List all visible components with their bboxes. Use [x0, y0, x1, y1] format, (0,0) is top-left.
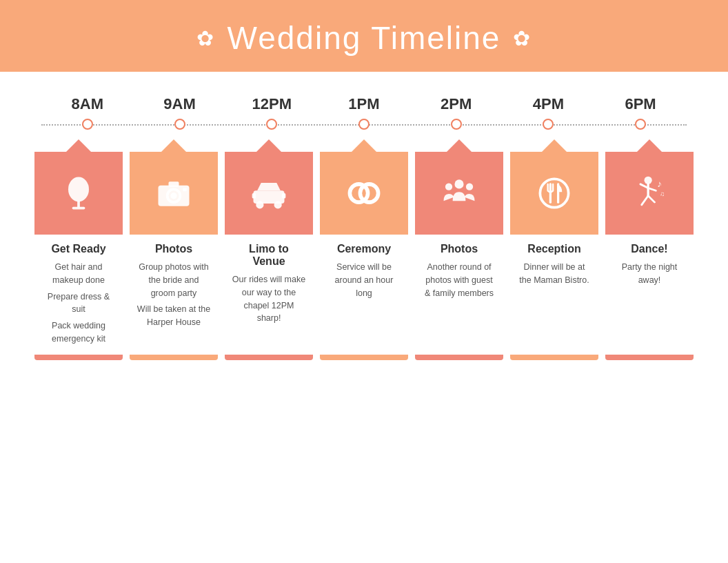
time-2pm: 2PM: [412, 95, 501, 113]
mirror-icon: [58, 172, 99, 214]
card-tab-limo: [256, 139, 281, 152]
card-dance: ♪ ♫ Dance! Party the night away!: [605, 139, 694, 360]
card-icon-area-limo: [225, 152, 313, 235]
card-body-dance: Dance! Party the night away!: [605, 235, 694, 355]
card-footer-limo: [225, 355, 313, 360]
svg-rect-12: [282, 193, 286, 199]
dance-icon: ♪ ♫: [629, 172, 670, 214]
svg-point-16: [445, 183, 452, 190]
svg-point-15: [454, 179, 463, 188]
card-body-limo: Limo to Venue Our rides will make our wa…: [225, 235, 313, 355]
card-body-ceremony: Ceremony Service will be around an hour …: [320, 235, 408, 355]
card-text-get-ready: Get hair and makeup done Prepare dress &…: [41, 261, 116, 346]
card-text-photos-1: Group photos with the bride and groom pa…: [136, 261, 211, 329]
card-footer-get-ready: [34, 355, 123, 360]
time-6pm: 6PM: [596, 95, 685, 113]
time-9am: 9AM: [135, 95, 225, 113]
card-title-ceremony: Ceremony: [327, 243, 401, 255]
dot-1pm: [358, 119, 370, 130]
dot-4pm: [543, 119, 554, 130]
svg-rect-7: [183, 188, 187, 192]
svg-rect-11: [252, 193, 256, 199]
timeline-dots: [41, 117, 687, 130]
card-icon-area-photos-2: [415, 152, 503, 235]
card-tab-photos-1: [161, 139, 186, 152]
card-body-get-ready: Get Ready Get hair and makeup done Prepa…: [34, 235, 123, 355]
time-4pm: 4PM: [503, 95, 593, 113]
svg-line-27: [642, 196, 648, 205]
car-icon: [248, 172, 290, 214]
card-footer-dance: [605, 355, 694, 360]
card-reception: Reception Dinner will be at the Maman Bi…: [510, 139, 598, 360]
card-limo: Limo to Venue Our rides will make our wa…: [225, 139, 313, 360]
header: ✿ Wedding Timeline ✿: [0, 0, 728, 72]
card-tab-dance: [637, 139, 662, 152]
card-title-get-ready: Get Ready: [41, 243, 116, 255]
card-icon-area-get-ready: [34, 152, 123, 235]
card-body-photos-1: Photos Group photos with the bride and g…: [130, 235, 218, 355]
svg-line-28: [648, 196, 654, 202]
card-tab-photos-2: [447, 139, 472, 152]
group-icon: [438, 172, 480, 214]
card-icon-area-photos-1: [130, 152, 218, 235]
card-icon-area-ceremony: [320, 152, 408, 235]
card-text-dance: Party the night away!: [612, 261, 687, 287]
card-title-photos-1: Photos: [136, 243, 211, 255]
svg-line-26: [648, 188, 656, 191]
time-12pm: 12PM: [227, 95, 316, 113]
card-footer-ceremony: [320, 355, 408, 360]
card-title-dance: Dance!: [612, 243, 687, 255]
card-icon-area-reception: [510, 152, 598, 235]
timeline-line: [41, 117, 687, 132]
card-text-ceremony: Service will be around an hour long: [327, 261, 401, 299]
card-icon-area-dance: ♪ ♫: [605, 152, 694, 235]
time-1pm: 1PM: [319, 95, 409, 113]
svg-rect-1: [77, 201, 80, 207]
time-8am: 8AM: [43, 95, 132, 113]
card-footer-photos-1: [130, 355, 218, 360]
card-title-reception: Reception: [517, 243, 592, 255]
svg-point-18: [540, 179, 568, 207]
flower-right-icon: ✿: [513, 26, 532, 50]
card-footer-reception: [510, 355, 598, 360]
card-body-photos-2: Photos Another round of photos with gues…: [415, 235, 503, 355]
svg-point-5: [170, 192, 176, 199]
dot-6pm: [635, 119, 646, 130]
dot-8am: [82, 119, 93, 130]
card-footer-photos-2: [415, 355, 503, 360]
flower-left-icon: ✿: [196, 26, 215, 50]
card-photos-2: Photos Another round of photos with gues…: [415, 139, 503, 360]
page-title: ✿ Wedding Timeline ✿: [0, 19, 728, 57]
card-text-limo: Our rides will make our way to the chape…: [232, 273, 306, 325]
svg-text:♫: ♫: [660, 190, 665, 197]
card-tab-ceremony: [352, 139, 376, 152]
dot-2pm: [451, 119, 462, 130]
svg-text:♪: ♪: [657, 179, 662, 189]
rings-icon: [343, 172, 385, 214]
card-text-reception: Dinner will be at the Maman Bistro.: [517, 261, 592, 287]
svg-point-10: [274, 201, 282, 208]
dot-12pm: [266, 119, 277, 130]
svg-point-23: [645, 177, 652, 184]
card-get-ready: Get Ready Get hair and makeup done Prepa…: [34, 139, 123, 360]
main-content: 8AM 9AM 12PM 1PM 2PM 4PM 6PM: [0, 72, 728, 374]
time-labels-row: 8AM 9AM 12PM 1PM 2PM 4PM 6PM: [41, 95, 687, 113]
cards-container: Get Ready Get hair and makeup done Prepa…: [34, 139, 694, 360]
card-body-reception: Reception Dinner will be at the Maman Bi…: [510, 235, 598, 355]
fork-knife-icon: [534, 172, 575, 214]
title-text: Wedding Timeline: [228, 19, 501, 57]
card-title-photos-2: Photos: [422, 243, 496, 255]
card-tab-reception: [542, 139, 567, 152]
card-title-limo: Limo to Venue: [232, 243, 306, 268]
svg-rect-2: [72, 207, 85, 210]
card-ceremony: Ceremony Service will be around an hour …: [320, 139, 408, 360]
camera-icon: [153, 172, 194, 214]
svg-line-25: [640, 184, 648, 188]
dot-9am: [174, 119, 185, 130]
svg-point-9: [256, 201, 263, 208]
card-tab-get-ready: [66, 139, 91, 152]
card-photos-1: Photos Group photos with the bride and g…: [130, 139, 218, 360]
svg-rect-6: [169, 181, 179, 187]
card-text-photos-2: Another round of photos with guest & fam…: [422, 261, 496, 299]
svg-point-0: [68, 177, 89, 202]
